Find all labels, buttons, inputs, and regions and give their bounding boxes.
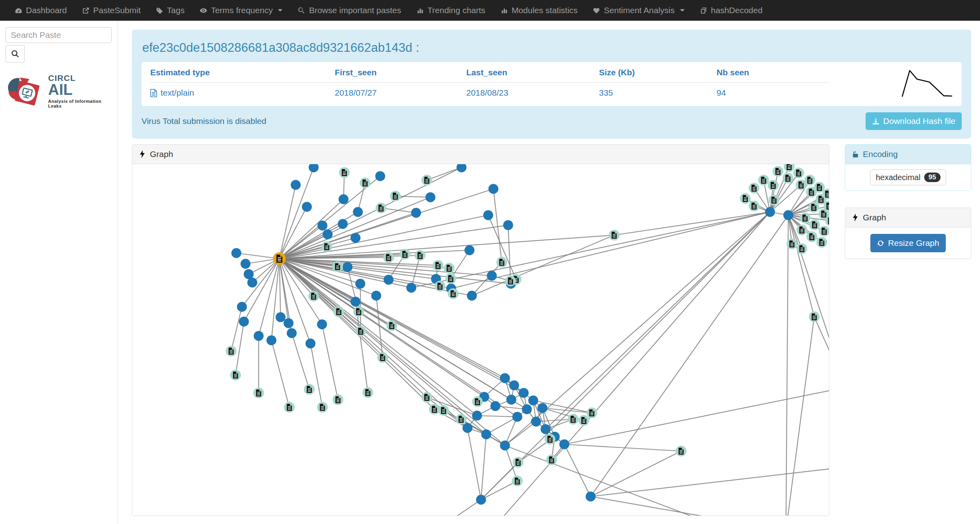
graph-node-paste[interactable] [343, 262, 353, 272]
graph-node-decoded-file[interactable] [253, 388, 264, 398]
graph-node-decoded-file[interactable] [800, 213, 811, 224]
graph-node-paste[interactable] [426, 192, 436, 202]
graph-node-decoded-file[interactable] [333, 394, 344, 405]
graph-node-paste[interactable] [476, 495, 486, 505]
graph-node-decoded-file[interactable] [568, 414, 579, 425]
graph-node-decoded-file[interactable] [783, 173, 793, 184]
graph-node-paste[interactable] [513, 412, 522, 422]
graph-node-paste[interactable] [586, 492, 596, 502]
graph-node-decoded-file[interactable] [676, 446, 687, 457]
graph-node-decoded-file[interactable] [740, 193, 751, 204]
nav-pastesubmit[interactable]: PasteSubmit [75, 0, 148, 21]
graph-node-paste[interactable] [465, 245, 475, 255]
graph-node-paste[interactable] [241, 259, 251, 269]
graph-node-paste[interactable] [467, 291, 477, 301]
hash-graph-canvas[interactable] [132, 164, 829, 516]
graph-node-decoded-file[interactable] [817, 237, 827, 248]
graph-node-decoded-file[interactable] [429, 404, 440, 415]
graph-node-decoded-file[interactable] [609, 230, 620, 241]
graph-node-current-hash[interactable] [273, 252, 286, 265]
graph-node-paste[interactable] [407, 283, 416, 293]
encoding-hexadecimal-button[interactable]: hexadecimal 95 [870, 169, 946, 185]
graph-node-paste[interactable] [491, 401, 501, 411]
graph-node-paste[interactable] [489, 184, 499, 194]
graph-node-decoded-file[interactable] [363, 387, 373, 398]
graph-node-paste[interactable] [784, 210, 793, 220]
graph-node-decoded-file[interactable] [513, 457, 524, 468]
graph-node-decoded-file[interactable] [587, 408, 597, 418]
graph-node-paste[interactable] [411, 208, 421, 218]
graph-node-decoded-file[interactable] [545, 434, 556, 445]
graph-node-paste[interactable] [291, 180, 301, 190]
graph-node-decoded-file[interactable] [339, 167, 350, 178]
graph-node-decoded-file[interactable] [749, 201, 760, 212]
graph-node-paste[interactable] [541, 424, 551, 434]
graph-node-paste[interactable] [276, 312, 286, 322]
nav-dashboard[interactable]: Dashboard [7, 0, 75, 21]
graph-node-decoded-file[interactable] [422, 392, 432, 403]
graph-node-decoded-file[interactable] [308, 291, 319, 302]
graph-node-decoded-file[interactable] [819, 226, 829, 237]
graph-node-decoded-file[interactable] [400, 249, 410, 260]
graph-node-decoded-file[interactable] [809, 220, 820, 230]
graph-node-paste[interactable] [317, 320, 327, 330]
graph-node-paste[interactable] [287, 328, 297, 338]
graph-node-paste[interactable] [339, 194, 349, 204]
graph-node-decoded-file[interactable] [334, 306, 344, 317]
graph-node-paste[interactable] [507, 395, 517, 405]
graph-node-decoded-file[interactable] [797, 243, 807, 254]
download-hash-file-button[interactable]: Download Hash file [866, 112, 962, 130]
graph-node-decoded-file[interactable] [807, 232, 817, 242]
graph-node-decoded-file[interactable] [390, 191, 401, 202]
nav-sentiment-analysis[interactable]: Sentiment Analysis [585, 0, 692, 21]
nav-browse-important-pastes[interactable]: Browse important pastes [290, 0, 408, 21]
graph-node-decoded-file[interactable] [304, 384, 315, 395]
graph-node-paste[interactable] [503, 220, 513, 230]
graph-node-paste[interactable] [302, 202, 312, 212]
graph-node-decoded-file[interactable] [383, 252, 394, 263]
graph-node-paste[interactable] [487, 271, 497, 281]
graph-node-paste[interactable] [531, 417, 541, 427]
graph-node-decoded-file[interactable] [322, 241, 332, 252]
graph-node-paste[interactable] [509, 381, 519, 391]
graph-node-decoded-file[interactable] [809, 312, 820, 322]
graph-node-paste[interactable] [239, 317, 249, 327]
graph-node-decoded-file[interactable] [444, 263, 455, 274]
graph-node-paste[interactable] [309, 164, 319, 173]
graph-node-paste[interactable] [237, 302, 247, 312]
graph-node-paste[interactable] [483, 210, 493, 220]
graph-node-paste[interactable] [500, 441, 510, 451]
resize-graph-button[interactable]: Resize Graph [870, 234, 945, 252]
graph-node-paste[interactable] [338, 219, 348, 229]
graph-node-paste[interactable] [351, 297, 361, 307]
graph-node-decoded-file[interactable] [332, 261, 343, 272]
search-paste-input[interactable] [6, 27, 112, 43]
graph-node-decoded-file[interactable] [360, 178, 371, 188]
nav-trending-charts[interactable]: Trending charts [409, 0, 493, 21]
graph-node-decoded-file[interactable] [387, 320, 397, 331]
graph-node-decoded-file[interactable] [284, 402, 295, 413]
graph-node-decoded-file[interactable] [226, 346, 237, 357]
graph-node-paste[interactable] [371, 291, 381, 301]
graph-node-paste[interactable] [519, 388, 529, 398]
graph-node-decoded-file[interactable] [512, 476, 523, 487]
graph-node-decoded-file[interactable] [422, 175, 432, 186]
graph-node-paste[interactable] [522, 404, 532, 414]
graph-node-decoded-file[interactable] [579, 415, 589, 426]
graph-node-paste[interactable] [481, 430, 491, 440]
graph-node-paste[interactable] [472, 411, 482, 421]
graph-node-decoded-file[interactable] [809, 202, 819, 213]
graph-node-decoded-file[interactable] [355, 326, 366, 337]
graph-node-decoded-file[interactable] [377, 352, 388, 363]
graph-node-paste[interactable] [284, 318, 294, 328]
graph-node-paste[interactable] [351, 233, 361, 243]
graph-node-decoded-file[interactable] [415, 250, 426, 261]
graph-node-decoded-file[interactable] [546, 455, 557, 465]
nav-hashdecoded[interactable]: hashDecoded [692, 0, 770, 21]
graph-node-paste[interactable] [538, 403, 548, 413]
graph-node-decoded-file[interactable] [438, 405, 449, 416]
graph-node-paste[interactable] [306, 339, 316, 349]
graph-node-decoded-file[interactable] [446, 273, 456, 284]
graph-node-paste[interactable] [375, 171, 385, 181]
search-paste-button[interactable] [6, 45, 25, 63]
